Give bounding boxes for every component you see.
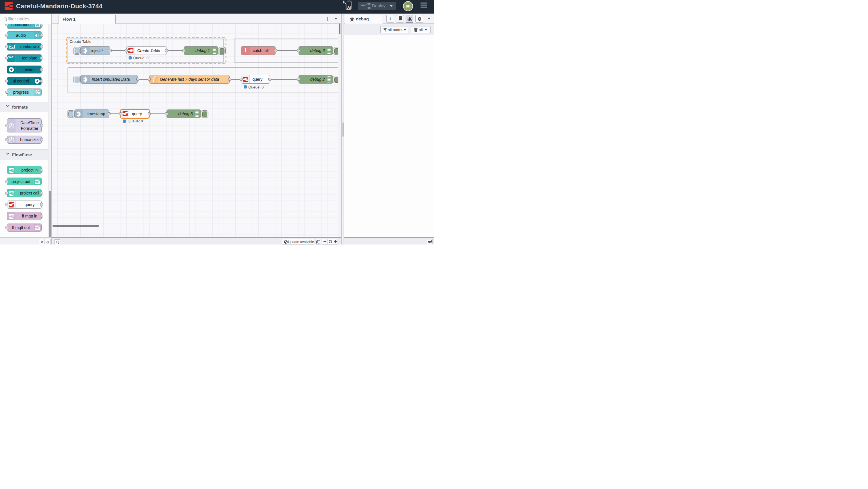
svg-text:AI: AI xyxy=(347,5,351,9)
